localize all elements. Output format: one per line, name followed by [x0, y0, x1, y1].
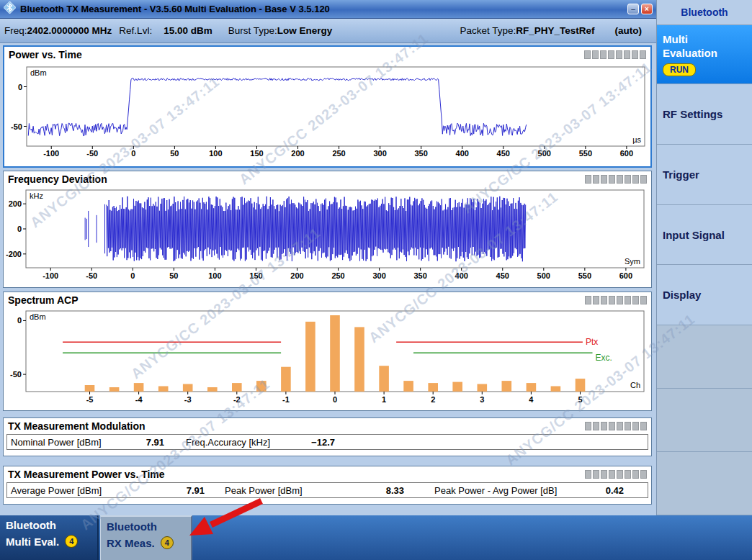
svg-text:-1: -1	[282, 395, 290, 404]
svg-text:350: 350	[414, 149, 427, 158]
svg-text:0: 0	[131, 149, 135, 158]
svg-text:-100: -100	[42, 271, 58, 280]
sidebar-item-input-signal[interactable]: Input Signal	[657, 205, 752, 266]
svg-text:500: 500	[537, 271, 550, 280]
packet-type-value: RF_PHY_TestRef	[516, 25, 594, 36]
svg-text:4: 4	[529, 395, 534, 404]
svg-text:Ch: Ch	[630, 381, 640, 389]
svg-text:400: 400	[456, 149, 469, 158]
indicator-segment	[640, 296, 647, 304]
svg-text:-5: -5	[86, 395, 94, 404]
frequency-deviation-chart: 2000-200-100-500501001502002503003504004…	[6, 187, 649, 289]
tab-line2: RX Meas.	[107, 537, 155, 549]
panel-frequency-deviation[interactable]: Frequency Deviation 2000-200-100-5005010…	[3, 171, 652, 288]
indicator-segment	[584, 50, 591, 59]
nominal-power-label: Nominal Power [dBm]	[11, 437, 132, 448]
minimize-button[interactable]: –	[627, 4, 639, 14]
svg-text:200: 200	[291, 149, 304, 158]
peak-minus-avg-label: Peak Power - Avg Power [dB]	[434, 485, 590, 496]
panel-activity-indicator	[585, 422, 647, 430]
peak-power-label: Peak Power [dBm]	[225, 485, 372, 496]
svg-text:kHz: kHz	[30, 191, 43, 200]
burst-type-label: Burst Type:	[228, 25, 277, 36]
indicator-segment	[640, 422, 647, 430]
run-status-badge: RUN	[663, 63, 696, 76]
svg-text:-3: -3	[184, 395, 192, 404]
svg-text:-2: -2	[233, 395, 241, 404]
indicator-segment	[593, 296, 599, 304]
indicator-segment	[617, 296, 623, 304]
freq-label: Freq:	[4, 25, 27, 36]
svg-text:Exc.: Exc.	[596, 353, 612, 363]
indicator-segment	[617, 422, 623, 430]
packet-auto-flag: (auto)	[615, 25, 643, 36]
svg-text:450: 450	[496, 271, 509, 280]
tab-bluetooth-rx-meas[interactable]: Bluetooth RX Meas. 4	[100, 515, 192, 560]
panel-title: Frequency Deviation	[8, 173, 107, 185]
task-bar: Bluetooth Multi Eval. 4 Bluetooth RX Mea…	[0, 515, 752, 560]
panel-activity-indicator	[584, 50, 646, 59]
svg-text:250: 250	[331, 271, 344, 280]
svg-text:600: 600	[620, 149, 633, 158]
panel-tx-measurement-modulation[interactable]: TX Measurement Modulation Nominal Power …	[3, 417, 652, 456]
indicator-segment	[609, 422, 615, 430]
svg-text:150: 150	[250, 149, 263, 158]
svg-text:-100: -100	[43, 149, 59, 158]
svg-text:1: 1	[382, 395, 386, 404]
svg-text:400: 400	[455, 271, 468, 280]
indicator-segment	[617, 470, 623, 479]
indicator-segment	[601, 470, 607, 479]
indicator-segment	[585, 422, 591, 430]
freq-accuracy-value: −12.7	[297, 437, 335, 448]
svg-text:450: 450	[497, 149, 510, 158]
svg-text:-50: -50	[86, 271, 97, 280]
indicator-segment	[624, 50, 630, 59]
sidebar-item-rf-settings[interactable]: RF Settings	[657, 84, 752, 145]
indicator-segment	[585, 175, 591, 184]
svg-text:5: 5	[578, 395, 582, 404]
panel-power-vs-time[interactable]: Power vs. Time 0-50-100-5005010015020025…	[3, 45, 652, 168]
panel-spectrum-acp[interactable]: Spectrum ACP 0-50-5-4-3-2-1012345dBmChPt…	[3, 292, 652, 411]
peak-minus-avg-value: 0.42	[590, 485, 644, 496]
svg-text:350: 350	[413, 271, 426, 280]
indicator-segment	[600, 50, 606, 59]
svg-text:-4: -4	[135, 395, 143, 404]
app-window: Bluetooth TX Measurement - V3.5.60 Multi…	[0, 0, 752, 560]
svg-text:dBm: dBm	[30, 312, 46, 321]
svg-text:50: 50	[169, 271, 178, 280]
burst-type-value: Low Energy	[277, 25, 333, 36]
sidebar-item-multi-evaluation[interactable]: Multi Evaluation RUN	[657, 25, 752, 84]
indicator-segment	[632, 50, 638, 59]
average-power-value: 7.91	[172, 485, 205, 496]
tab-bluetooth-multi-eval[interactable]: Bluetooth Multi Eval. 4	[0, 515, 99, 560]
sidebar-item-display[interactable]: Display	[657, 265, 752, 325]
sidebar-item-trigger[interactable]: Trigger	[657, 145, 752, 205]
svg-text:dBm: dBm	[30, 68, 47, 77]
close-button[interactable]: ×	[641, 4, 653, 14]
svg-text:3: 3	[480, 395, 484, 404]
panel-title: Spectrum ACP	[8, 294, 79, 306]
svg-text:500: 500	[538, 149, 551, 158]
indicator-segment	[625, 470, 631, 479]
panel-title: Power vs. Time	[9, 49, 82, 60]
svg-text:550: 550	[579, 149, 592, 158]
svg-text:0: 0	[130, 271, 135, 280]
svg-text:200: 200	[9, 199, 22, 208]
tab-line1: Bluetooth	[6, 519, 91, 531]
indicator-segment	[609, 296, 615, 304]
sidebar-empty-cell	[657, 325, 752, 389]
indicator-segment	[601, 296, 607, 304]
freq-accuracy-label: Freq.Accuracy [kHz]	[186, 437, 297, 448]
svg-text:200: 200	[290, 271, 303, 280]
svg-text:-50: -50	[86, 149, 98, 158]
svg-text:300: 300	[372, 271, 385, 280]
indicator-segment	[632, 470, 639, 479]
indicator-segment	[632, 175, 639, 184]
tab-line1: Bluetooth	[107, 520, 185, 533]
indicator-segment	[593, 422, 599, 430]
indicator-segment	[625, 175, 631, 184]
panel-tx-measurement-power-vs-time[interactable]: TX Measurement Power vs. Time Average Po…	[3, 466, 652, 505]
sidebar-title: Bluetooth	[657, 0, 752, 25]
svg-text:250: 250	[332, 149, 345, 158]
spectrum-acp-chart: 0-50-5-4-3-2-1012345dBmChPtxExc.	[6, 308, 649, 412]
